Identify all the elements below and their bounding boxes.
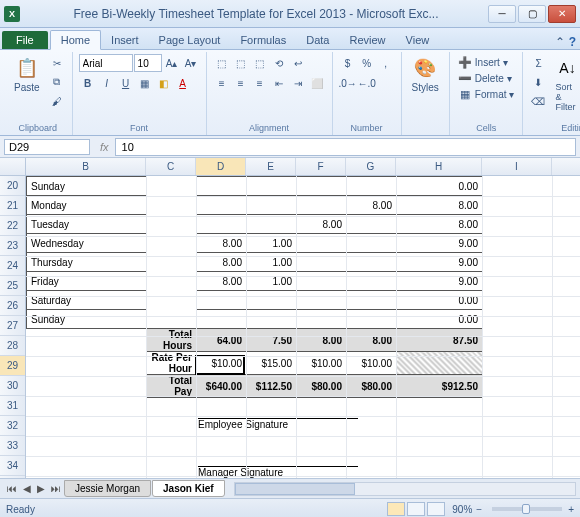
worksheet[interactable]: BCDEFGHI 2021222324252627282930313233343… xyxy=(0,158,580,478)
wrap-text-button[interactable]: ↩ xyxy=(289,54,307,72)
styles-button[interactable]: 🎨 Styles xyxy=(408,54,443,95)
shrink-font-button[interactable]: A▾ xyxy=(182,54,200,72)
increase-indent-button[interactable]: ⇥ xyxy=(289,74,307,92)
row-header-29[interactable]: 29 xyxy=(0,356,25,376)
help-icon[interactable]: ? xyxy=(569,35,576,49)
col-header-B[interactable]: B xyxy=(26,158,146,175)
grow-font-button[interactable]: A▴ xyxy=(163,54,181,72)
tab-home[interactable]: Home xyxy=(50,30,101,50)
orientation-button[interactable]: ⟲ xyxy=(270,54,288,72)
row-header-23[interactable]: 23 xyxy=(0,236,25,256)
font-color-button[interactable]: A xyxy=(174,74,192,92)
cut-button[interactable]: ✂ xyxy=(48,54,66,72)
tab-review[interactable]: Review xyxy=(339,31,395,49)
status-bar: Ready 90% − + xyxy=(0,498,580,517)
minimize-button[interactable]: ─ xyxy=(488,5,516,23)
zoom-out-button[interactable]: − xyxy=(476,504,482,515)
fx-icon[interactable]: fx xyxy=(94,141,115,153)
page-layout-view-button[interactable] xyxy=(407,502,425,516)
row-header-22[interactable]: 22 xyxy=(0,216,25,236)
file-tab[interactable]: File xyxy=(2,31,48,49)
delete-cells-button[interactable]: ➖Delete ▾ xyxy=(456,70,514,86)
row-header-25[interactable]: 25 xyxy=(0,276,25,296)
excel-icon: X xyxy=(4,6,20,22)
editing-group-label: Editing xyxy=(529,121,580,133)
paste-button[interactable]: 📋 Paste xyxy=(10,54,44,95)
fill-button[interactable]: ⬇ xyxy=(529,73,547,91)
italic-button[interactable]: I xyxy=(98,74,116,92)
sort-filter-button[interactable]: A↓ Sort & Filter xyxy=(551,54,580,114)
tab-nav-first[interactable]: ⏮ xyxy=(4,483,20,494)
row-header-20[interactable]: 20 xyxy=(0,176,25,196)
tab-view[interactable]: View xyxy=(396,31,440,49)
normal-view-button[interactable] xyxy=(387,502,405,516)
merge-button[interactable]: ⬜ xyxy=(308,74,326,92)
format-painter-button[interactable]: 🖌 xyxy=(48,92,66,110)
decrease-decimal-button[interactable]: ←.0 xyxy=(358,74,376,92)
tab-page-layout[interactable]: Page Layout xyxy=(149,31,231,49)
col-header-H[interactable]: H xyxy=(396,158,482,175)
row-header-32[interactable]: 32 xyxy=(0,416,25,436)
accounting-format-button[interactable]: $ xyxy=(339,54,357,72)
tab-nav-next[interactable]: ▶ xyxy=(34,483,48,494)
zoom-in-button[interactable]: + xyxy=(568,504,574,515)
col-header-I[interactable]: I xyxy=(482,158,552,175)
sheet-tab-1[interactable]: Jessie Morgan xyxy=(64,480,151,497)
align-left-button[interactable]: ≡ xyxy=(213,74,231,92)
row-header-26[interactable]: 26 xyxy=(0,296,25,316)
align-center-button[interactable]: ≡ xyxy=(232,74,250,92)
tab-formulas[interactable]: Formulas xyxy=(230,31,296,49)
sheet-tab-bar: ⏮ ◀ ▶ ⏭ Jessie Morgan Jason Kief xyxy=(0,478,580,498)
border-button[interactable]: ▦ xyxy=(136,74,154,92)
underline-button[interactable]: U xyxy=(117,74,135,92)
delete-icon: ➖ xyxy=(458,71,472,85)
row-header-27[interactable]: 27 xyxy=(0,316,25,336)
align-bottom-button[interactable]: ⬚ xyxy=(251,54,269,72)
formula-bar-row: fx xyxy=(0,136,580,158)
page-break-view-button[interactable] xyxy=(427,502,445,516)
col-header-C[interactable]: C xyxy=(146,158,196,175)
row-header-24[interactable]: 24 xyxy=(0,256,25,276)
horizontal-scrollbar[interactable] xyxy=(234,482,576,496)
decrease-indent-button[interactable]: ⇤ xyxy=(270,74,288,92)
formula-bar[interactable] xyxy=(115,138,576,156)
copy-button[interactable]: ⧉ xyxy=(48,73,66,91)
col-header-E[interactable]: E xyxy=(246,158,296,175)
col-header-D[interactable]: D xyxy=(196,158,246,175)
row-header-28[interactable]: 28 xyxy=(0,336,25,356)
select-all-button[interactable] xyxy=(0,158,26,175)
row-header-33[interactable]: 33 xyxy=(0,436,25,456)
increase-decimal-button[interactable]: .0→ xyxy=(339,74,357,92)
col-header-G[interactable]: G xyxy=(346,158,396,175)
font-name-select[interactable] xyxy=(79,54,133,72)
tab-data[interactable]: Data xyxy=(296,31,339,49)
bold-button[interactable]: B xyxy=(79,74,97,92)
autosum-button[interactable]: Σ xyxy=(529,54,547,72)
row-header-30[interactable]: 30 xyxy=(0,376,25,396)
name-box[interactable] xyxy=(4,139,90,155)
insert-cells-button[interactable]: ➕Insert ▾ xyxy=(456,54,510,70)
zoom-slider[interactable] xyxy=(492,507,562,511)
align-right-button[interactable]: ≡ xyxy=(251,74,269,92)
percent-format-button[interactable]: % xyxy=(358,54,376,72)
row-header-34[interactable]: 34 xyxy=(0,456,25,476)
font-size-select[interactable] xyxy=(134,54,162,72)
minimize-ribbon-icon[interactable]: ⌃ xyxy=(555,35,565,49)
row-header-35[interactable]: 35 xyxy=(0,476,25,478)
fill-color-button[interactable]: ◧ xyxy=(155,74,173,92)
clear-button[interactable]: ⌫ xyxy=(529,92,547,110)
align-top-button[interactable]: ⬚ xyxy=(213,54,231,72)
row-header-31[interactable]: 31 xyxy=(0,396,25,416)
row-header-21[interactable]: 21 xyxy=(0,196,25,216)
sheet-tab-2[interactable]: Jason Kief xyxy=(152,480,225,497)
maximize-button[interactable]: ▢ xyxy=(518,5,546,23)
format-cells-button[interactable]: ▦Format ▾ xyxy=(456,86,517,102)
close-button[interactable]: ✕ xyxy=(548,5,576,23)
tab-insert[interactable]: Insert xyxy=(101,31,149,49)
tab-nav-prev[interactable]: ◀ xyxy=(20,483,34,494)
comma-format-button[interactable]: , xyxy=(377,54,395,72)
tab-nav-last[interactable]: ⏭ xyxy=(48,483,64,494)
align-middle-button[interactable]: ⬚ xyxy=(232,54,250,72)
cells-area[interactable]: Sunday0.00Monday8.008.00Tuesday8.008.00W… xyxy=(26,176,580,478)
col-header-F[interactable]: F xyxy=(296,158,346,175)
